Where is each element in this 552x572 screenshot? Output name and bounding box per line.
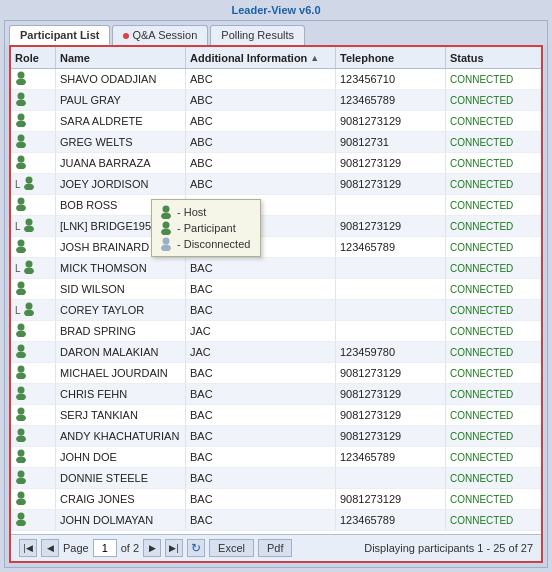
tab-qa-session[interactable]: Q&A Session bbox=[112, 25, 208, 45]
pdf-btn[interactable]: Pdf bbox=[258, 539, 293, 557]
svg-point-41 bbox=[16, 499, 26, 506]
telephone-cell: 9081273129 bbox=[336, 489, 446, 509]
page-label: Page bbox=[63, 542, 89, 554]
svg-point-17 bbox=[16, 247, 26, 254]
table-row[interactable]: JOHN DOEBAC123465789CONNECTED bbox=[11, 447, 541, 468]
table-row[interactable]: L[LNK] BRIDGE195 \ABC9081273129CONNECTED bbox=[11, 216, 541, 237]
table-row[interactable]: LJOEY JORDISONABC9081273129CONNECTED bbox=[11, 174, 541, 195]
person-icon bbox=[15, 491, 27, 507]
tab-polling-results[interactable]: Polling Results bbox=[210, 25, 305, 45]
table-row[interactable]: SID WILSONBACCONNECTED bbox=[11, 279, 541, 300]
person-icon bbox=[15, 386, 27, 402]
rows-wrapper: SHAVO ODADJIANABC123456710CONNECTEDPAUL … bbox=[11, 69, 541, 531]
table-row[interactable]: DARON MALAKIANJAC123459780CONNECTED bbox=[11, 342, 541, 363]
svg-point-35 bbox=[16, 436, 26, 443]
role-cell bbox=[11, 69, 56, 89]
table-row[interactable]: ANDY KHACHATURIANBAC9081273129CONNECTED bbox=[11, 426, 541, 447]
refresh-btn[interactable]: ↻ bbox=[187, 539, 205, 557]
status-cell: CONNECTED bbox=[446, 111, 526, 131]
table-row[interactable]: CRAIG JONESBAC9081273129CONNECTED bbox=[11, 489, 541, 510]
table-row[interactable]: SARA ALDRETEABC9081273129CONNECTED bbox=[11, 111, 541, 132]
svg-point-37 bbox=[16, 457, 26, 464]
svg-point-47 bbox=[161, 229, 171, 236]
name-cell: SHAVO ODADJIAN bbox=[56, 69, 186, 89]
role-cell bbox=[11, 279, 56, 299]
telephone-cell: 123459780 bbox=[336, 342, 446, 362]
footer: |◀ ◀ Page of 2 ▶ ▶| ↻ Excel Pdf Displayi… bbox=[11, 534, 541, 561]
table-row[interactable]: JOHN DOLMAYANBAC123465789CONNECTED bbox=[11, 510, 541, 531]
svg-point-27 bbox=[16, 352, 26, 359]
table-row[interactable]: JOSH BRAINARDABC123465789CONNECTED bbox=[11, 237, 541, 258]
table-row[interactable]: SHAVO ODADJIANABC123456710CONNECTED bbox=[11, 69, 541, 90]
page-input[interactable] bbox=[93, 539, 117, 557]
excel-btn[interactable]: Excel bbox=[209, 539, 254, 557]
table-row[interactable]: PAUL GRAYABC123465789CONNECTED bbox=[11, 90, 541, 111]
table-row[interactable]: BOB ROSSABCCONNECTED bbox=[11, 195, 541, 216]
person-icon bbox=[23, 218, 35, 234]
main-panel: Participant List Q&A Session Polling Res… bbox=[4, 20, 548, 568]
status-cell: CONNECTED bbox=[446, 69, 526, 89]
additional-cell: BAC bbox=[186, 300, 336, 320]
legend-host-row: - Host bbox=[160, 205, 252, 219]
svg-point-28 bbox=[18, 366, 25, 373]
role-cell bbox=[11, 153, 56, 173]
tabs-row: Participant List Q&A Session Polling Res… bbox=[5, 21, 547, 45]
table-row[interactable]: JUANA BARRAZAABC9081273129CONNECTED bbox=[11, 153, 541, 174]
person-icon bbox=[15, 113, 27, 129]
name-cell: JOEY JORDISON bbox=[56, 174, 186, 194]
telephone-cell: 9081273129 bbox=[336, 111, 446, 131]
tab-participant-list[interactable]: Participant List bbox=[9, 25, 110, 45]
svg-point-32 bbox=[18, 408, 25, 415]
person-icon bbox=[15, 344, 27, 360]
col-additional[interactable]: Additional Information ▲ bbox=[186, 47, 336, 68]
svg-point-45 bbox=[161, 213, 171, 220]
person-icon bbox=[15, 92, 27, 108]
table-row[interactable]: DONNIE STEELEBACCONNECTED bbox=[11, 468, 541, 489]
svg-point-18 bbox=[25, 261, 32, 268]
role-cell bbox=[11, 111, 56, 131]
name-cell: CRAIG JONES bbox=[56, 489, 186, 509]
role-cell bbox=[11, 510, 56, 530]
role-cell bbox=[11, 447, 56, 467]
telephone-cell: 9081273129 bbox=[336, 426, 446, 446]
next-page-btn[interactable]: ▶ bbox=[143, 539, 161, 557]
role-cell bbox=[11, 384, 56, 404]
table-header: Role Name Additional Information ▲ Telep… bbox=[11, 47, 541, 69]
status-cell: CONNECTED bbox=[446, 489, 526, 509]
additional-cell: BAC bbox=[186, 258, 336, 278]
role-l-label: L bbox=[15, 179, 21, 190]
status-cell: CONNECTED bbox=[446, 174, 526, 194]
svg-point-43 bbox=[16, 520, 26, 527]
telephone-cell bbox=[336, 321, 446, 341]
role-cell bbox=[11, 195, 56, 215]
tab-polling-results-label: Polling Results bbox=[221, 29, 294, 41]
role-cell bbox=[11, 468, 56, 488]
status-cell: CONNECTED bbox=[446, 363, 526, 383]
table-row[interactable]: LMICK THOMSONBACCONNECTED bbox=[11, 258, 541, 279]
telephone-cell bbox=[336, 300, 446, 320]
table-row[interactable]: MICHAEL JOURDAINBAC9081273129CONNECTED bbox=[11, 363, 541, 384]
table-row[interactable]: CHRIS FEHNBAC9081273129CONNECTED bbox=[11, 384, 541, 405]
first-page-btn[interactable]: |◀ bbox=[19, 539, 37, 557]
status-cell: CONNECTED bbox=[446, 258, 526, 278]
role-cell: L bbox=[11, 258, 56, 278]
last-page-btn[interactable]: ▶| bbox=[165, 539, 183, 557]
svg-point-44 bbox=[163, 206, 170, 213]
prev-page-btn[interactable]: ◀ bbox=[41, 539, 59, 557]
tab-qa-session-label: Q&A Session bbox=[132, 29, 197, 41]
name-cell: JOHN DOE bbox=[56, 447, 186, 467]
table-row[interactable]: BRAD SPRINGJACCONNECTED bbox=[11, 321, 541, 342]
additional-cell: BAC bbox=[186, 426, 336, 446]
table-row[interactable]: LCOREY TAYLORBACCONNECTED bbox=[11, 300, 541, 321]
status-cell: CONNECTED bbox=[446, 132, 526, 152]
table-row[interactable]: GREG WELTSABC90812731CONNECTED bbox=[11, 132, 541, 153]
status-cell: CONNECTED bbox=[446, 195, 526, 215]
additional-cell: ABC bbox=[186, 153, 336, 173]
table-row[interactable]: SERJ TANKIANBAC9081273129CONNECTED bbox=[11, 405, 541, 426]
svg-point-25 bbox=[16, 331, 26, 338]
status-cell: CONNECTED bbox=[446, 426, 526, 446]
person-icon bbox=[15, 197, 27, 213]
svg-point-1 bbox=[16, 79, 26, 86]
legend-tooltip: - Host - Participant bbox=[151, 199, 261, 257]
additional-cell: ABC bbox=[186, 174, 336, 194]
